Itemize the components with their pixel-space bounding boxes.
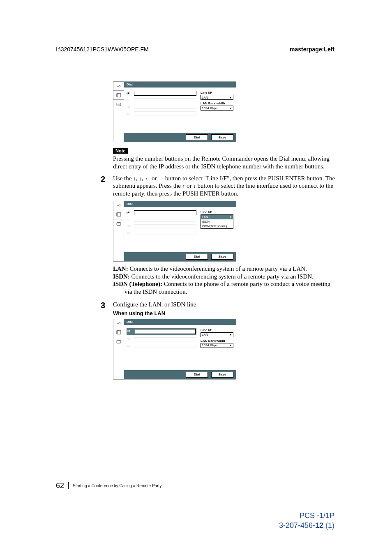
keypad-icon	[116, 101, 122, 107]
svg-point-8	[119, 104, 120, 105]
svg-point-25	[118, 342, 119, 342]
keypad-icon	[116, 221, 122, 227]
dial-icon	[116, 83, 122, 89]
svg-point-14	[119, 223, 120, 223]
page-number: 62	[56, 482, 69, 489]
dial-dialog-3: Dial IP B1 B2 Line I/F LAN	[113, 319, 236, 380]
file-path: I:\3207456121PCS1WW\05OPE.FM	[56, 46, 149, 53]
note-badge: Note	[113, 148, 128, 154]
step-number-3: 3	[101, 301, 105, 310]
def-isdn-tel: ISDN (Telephone): Connects to the phone …	[113, 280, 337, 296]
page-footer: 62 Starting a Conference by Calling a Re…	[56, 482, 161, 489]
svg-point-13	[118, 223, 119, 223]
keypad-icon	[116, 339, 122, 345]
dialog-title: Dial	[124, 201, 236, 207]
dial-icon	[116, 203, 122, 208]
svg-rect-20	[117, 340, 121, 343]
svg-point-3	[118, 104, 118, 104]
bandwidth-dropdown[interactable]: 1024 Kbps ▼	[201, 343, 233, 348]
phonebook-icon	[116, 92, 122, 98]
svg-point-15	[118, 224, 118, 224]
save-button[interactable]: Save	[211, 254, 233, 260]
svg-point-23	[119, 341, 120, 341]
dialog-title: Dial	[124, 82, 236, 88]
chevron-down-icon: ▼	[229, 216, 232, 219]
dial-button[interactable]: Dial	[186, 134, 208, 140]
svg-rect-2	[117, 103, 121, 106]
phonebook-icon	[116, 329, 122, 335]
def-isdn: ISDN: Connects to the videoconferencing …	[113, 273, 337, 281]
def-lan: LAN: Connects to the videoconferencing s…	[113, 265, 337, 273]
svg-point-12	[118, 223, 118, 223]
line-if-value: LAN	[202, 96, 208, 99]
note-text: Pressing the number buttons on the Remot…	[113, 155, 337, 170]
ip-input[interactable]	[135, 329, 196, 334]
line-if-dropdown-open[interactable]: LAN▼ ISDN ISDN(Telephone)	[201, 214, 233, 229]
footer-text: Starting a Conference by Calling a Remot…	[73, 484, 161, 488]
bandwidth-label: LAN Bandwidth	[201, 101, 233, 105]
bandwidth-value: 1024 Kbps	[202, 343, 217, 347]
dial-button[interactable]: Dial	[186, 372, 208, 378]
dial-dialog-1: Dial IP A B1 B2 Line I/F LAN	[113, 81, 236, 142]
phonebook-icon	[116, 212, 122, 217]
line-if-dropdown[interactable]: LAN ▼	[201, 95, 233, 100]
line-if-option-lan[interactable]: LAN	[202, 215, 208, 219]
svg-point-18	[117, 323, 118, 323]
masterpage-label: masterpage:Left	[290, 46, 334, 53]
bandwidth-value: 1024 Kbps	[202, 106, 217, 110]
chevron-down-icon: ▼	[229, 344, 232, 347]
line-if-option-isdn[interactable]: ISDN	[201, 219, 233, 224]
chevron-down-icon: ▼	[229, 96, 232, 99]
svg-point-0	[117, 86, 118, 86]
svg-point-7	[118, 104, 119, 105]
save-button[interactable]: Save	[211, 134, 233, 140]
line-if-value: LAN	[202, 333, 208, 336]
svg-point-26	[119, 342, 120, 342]
ip-input[interactable]	[134, 210, 196, 215]
svg-rect-10	[117, 213, 121, 216]
ip-label: IP	[127, 329, 133, 333]
step3-text: Configure the LAN, or ISDN line.	[113, 301, 337, 309]
svg-point-17	[119, 224, 120, 224]
svg-rect-11	[117, 222, 121, 225]
svg-point-6	[118, 104, 118, 105]
save-button[interactable]: Save	[211, 372, 233, 378]
svg-point-5	[119, 104, 120, 104]
ip-label: IP	[127, 92, 132, 95]
dialog-title: Dial	[124, 319, 236, 325]
step2-text: Use the ↑, ↓, ← or → button to select "L…	[113, 175, 337, 198]
step3-subheading: When using the LAN	[113, 310, 337, 316]
svg-rect-19	[117, 331, 121, 334]
svg-point-9	[117, 205, 118, 206]
bandwidth-label: LAN Bandwidth	[201, 339, 233, 343]
line-if-label: Line I/F	[201, 210, 233, 214]
line-if-label: Line I/F	[201, 328, 233, 332]
svg-point-21	[118, 341, 118, 341]
svg-point-22	[118, 341, 119, 341]
chevron-down-icon: ▼	[229, 333, 232, 336]
line-if-option-isdn-tel[interactable]: ISDN(Telephone)	[201, 224, 233, 228]
bandwidth-dropdown[interactable]: 1024 Kbps ▼	[201, 106, 233, 111]
dialog-side-icons	[113, 82, 124, 142]
svg-point-4	[118, 104, 119, 104]
ip-label: IP	[127, 211, 132, 214]
chevron-down-icon: ▼	[229, 107, 232, 110]
line-if-dropdown[interactable]: LAN ▼	[201, 332, 233, 337]
dial-dialog-2: Dial IP A B1 B2 Line I/F LAN	[113, 201, 236, 262]
svg-point-16	[118, 224, 119, 224]
dial-icon	[116, 320, 122, 326]
dialog-side-icons	[113, 319, 124, 379]
svg-rect-1	[117, 93, 121, 97]
ip-input[interactable]	[134, 91, 196, 96]
step-number-2: 2	[101, 175, 105, 184]
document-id: PCS -1/1P 3-207-456-12 (1)	[279, 511, 334, 530]
svg-point-24	[118, 342, 118, 342]
dialog-side-icons	[113, 201, 124, 261]
dial-button[interactable]: Dial	[186, 254, 208, 260]
line-if-label: Line I/F	[201, 91, 233, 94]
